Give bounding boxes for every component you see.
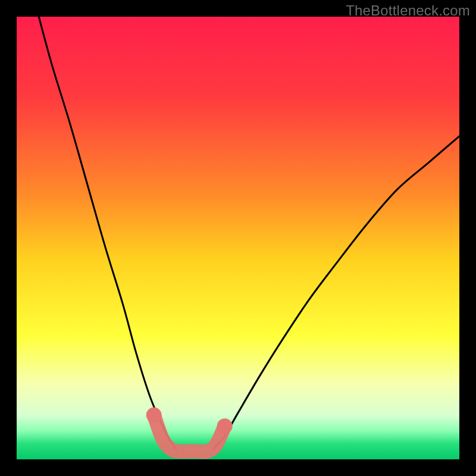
gradient-background (17, 17, 459, 459)
band-endcap-left (146, 408, 162, 423)
plot-area (17, 17, 459, 459)
chart-frame: TheBottleneck.com (0, 0, 476, 476)
band-endcap-right (217, 418, 233, 434)
watermark-text: TheBottleneck.com (346, 2, 470, 19)
chart-svg (17, 17, 459, 459)
